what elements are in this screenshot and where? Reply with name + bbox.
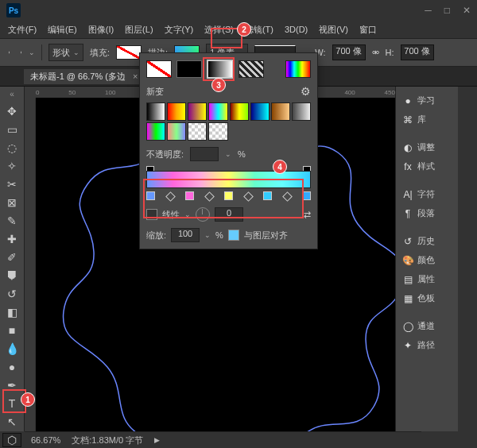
- current-tool-icon[interactable]: [8, 45, 22, 60]
- fill-swatch[interactable]: [116, 45, 142, 60]
- color-stop[interactable]: [185, 191, 194, 200]
- preset[interactable]: [208, 122, 227, 141]
- preset[interactable]: [188, 102, 207, 121]
- divider: [41, 44, 42, 60]
- panel-paths[interactable]: ✦路径: [399, 338, 455, 353]
- menu-view[interactable]: 视图(V): [319, 24, 348, 36]
- panel-label: 颜色: [417, 254, 435, 266]
- midpoint[interactable]: [204, 191, 215, 202]
- panel-adjustments[interactable]: ◐调整: [399, 140, 455, 155]
- minimize-button[interactable]: ─: [425, 5, 432, 16]
- patch-tool[interactable]: ✚: [2, 232, 21, 246]
- fill-type-gradient[interactable]: [207, 60, 234, 79]
- angle-field[interactable]: 0: [215, 207, 243, 222]
- panel-libraries[interactable]: ⌘库: [399, 112, 455, 127]
- color-picker-button[interactable]: [285, 60, 311, 78]
- close-tab-icon[interactable]: ×: [133, 71, 138, 81]
- panel-learn[interactable]: ●学习: [399, 93, 455, 108]
- preset[interactable]: [146, 102, 165, 121]
- color-stop[interactable]: [302, 191, 311, 200]
- fill-type-solid[interactable]: [176, 60, 202, 78]
- gear-icon[interactable]: ⚙: [301, 85, 311, 98]
- linear-checkbox[interactable]: [146, 209, 157, 220]
- preset[interactable]: [230, 102, 249, 121]
- doc-tab[interactable]: 未标题-1 @ 66.7% (多边 ×: [24, 69, 145, 84]
- stamp-tool[interactable]: ⛊: [2, 268, 21, 283]
- right-panels: ●学习⌘库◐调整fx样式A|字符¶段落↺历史🎨颜色▤属性▦色板◯通道✦路径: [395, 87, 458, 431]
- brush-tool[interactable]: ✐: [2, 250, 21, 265]
- color-stop[interactable]: [263, 191, 272, 200]
- frame-tool[interactable]: ⊠: [2, 195, 21, 210]
- doc-tab-title: 未标题-1 @ 66.7% (多边: [30, 71, 126, 81]
- panel-label: 样式: [417, 160, 435, 172]
- move-tool[interactable]: ✥: [2, 104, 21, 118]
- panel-channels[interactable]: ◯通道: [399, 319, 455, 334]
- shape-tool[interactable]: ⬡: [2, 433, 21, 447]
- preset[interactable]: [292, 102, 311, 121]
- tool-preset-chevron-icon[interactable]: ⌄: [29, 48, 35, 56]
- menu-edit[interactable]: 编辑(E): [48, 24, 77, 36]
- midpoint[interactable]: [282, 191, 293, 202]
- pen-tool[interactable]: ✒: [2, 378, 21, 392]
- blur-tool[interactable]: 💧: [2, 342, 21, 356]
- zoom-level[interactable]: 66.67%: [31, 435, 60, 445]
- paragraph-icon: ¶: [402, 208, 413, 219]
- lasso-tool[interactable]: ◌: [2, 141, 21, 155]
- preset[interactable]: [250, 102, 270, 121]
- chevron-right-icon[interactable]: ▶: [154, 436, 160, 444]
- menu-window[interactable]: 窗口: [359, 24, 377, 36]
- panel-styles[interactable]: fx样式: [399, 159, 455, 174]
- gradient-editor-strip[interactable]: [146, 171, 311, 188]
- panel-character[interactable]: A|字符: [399, 187, 455, 202]
- panel-properties[interactable]: ▤属性: [399, 272, 455, 287]
- menu-layer[interactable]: 图层(L): [125, 24, 153, 36]
- reverse-icon[interactable]: ⇄: [304, 210, 311, 220]
- magic-wand-tool[interactable]: ✧: [2, 159, 21, 173]
- scale-field[interactable]: 100: [171, 228, 200, 242]
- preset[interactable]: [188, 122, 207, 141]
- color-stop[interactable]: [224, 191, 233, 200]
- dodge-tool[interactable]: ●: [2, 360, 21, 374]
- gradient-tool[interactable]: ■: [2, 323, 21, 338]
- close-button[interactable]: ✕: [463, 5, 471, 16]
- menu-select[interactable]: 选择(S): [204, 24, 234, 36]
- history-icon: ↺: [402, 236, 413, 247]
- link-icon[interactable]: ⚮: [372, 48, 379, 58]
- marquee-tool[interactable]: ▭: [2, 122, 21, 137]
- path-tool[interactable]: ↖: [2, 415, 21, 429]
- panel-history[interactable]: ↺历史: [399, 234, 455, 249]
- maximize-button[interactable]: □: [444, 5, 450, 16]
- toolbar-chevron-icon[interactable]: «: [10, 90, 14, 98]
- preset[interactable]: [208, 102, 227, 121]
- panel-color[interactable]: 🎨颜色: [399, 253, 455, 268]
- crop-tool[interactable]: ✂: [2, 177, 21, 191]
- menu-3d[interactable]: 3D(D): [285, 25, 308, 34]
- opacity-field[interactable]: [190, 147, 219, 161]
- preset[interactable]: [271, 102, 290, 121]
- height-field[interactable]: 700 像: [401, 44, 434, 60]
- fill-type-pattern[interactable]: [238, 60, 264, 78]
- midpoint[interactable]: [165, 191, 176, 202]
- swatches-icon: ▦: [402, 293, 413, 304]
- align-checkbox[interactable]: [228, 230, 239, 241]
- menu-file[interactable]: 文件(F): [8, 24, 37, 36]
- midpoint[interactable]: [243, 191, 254, 202]
- panel-paragraph[interactable]: ¶段落: [399, 206, 455, 221]
- preset[interactable]: [146, 122, 165, 141]
- menu-image[interactable]: 图像(I): [88, 24, 114, 36]
- preset[interactable]: [167, 102, 186, 121]
- fill-type-none[interactable]: [146, 60, 172, 78]
- eyedropper-tool[interactable]: ✎: [2, 214, 21, 228]
- width-field[interactable]: 700 像: [332, 44, 366, 60]
- angle-dial-icon[interactable]: [196, 207, 210, 222]
- mode-select[interactable]: 形状 ⌄: [48, 44, 83, 61]
- mode-label: 形状: [52, 47, 70, 59]
- doc-info: 文档:1.83M/0 字节: [72, 434, 143, 446]
- eraser-tool[interactable]: ◧: [2, 305, 21, 319]
- menu-type[interactable]: 文字(Y): [165, 24, 194, 36]
- color-stop[interactable]: [146, 191, 155, 200]
- panel-swatches[interactable]: ▦色板: [399, 291, 455, 306]
- history-brush-tool[interactable]: ↺: [2, 287, 21, 301]
- preset[interactable]: [167, 122, 186, 141]
- type-tool[interactable]: T: [2, 396, 21, 411]
